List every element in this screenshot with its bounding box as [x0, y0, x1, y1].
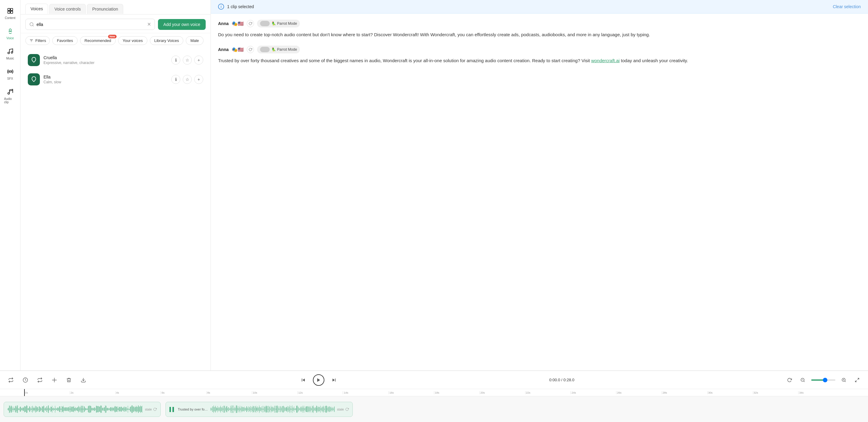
track-1[interactable]: stale	[4, 402, 161, 417]
time-display: 0:00.0 / 0:28.0	[549, 378, 575, 382]
search-icon	[29, 22, 34, 27]
voice-item-cruella[interactable]: Cruella Expressive, narrative, character…	[24, 51, 207, 70]
sidebar-item-voice[interactable]: Voice	[2, 24, 19, 43]
clip-header-1: Anna 🎭🇺🇸 🦜 Parrot Mode	[218, 20, 861, 28]
tabs-bar: Voices Voice controls Pronunciation	[21, 0, 211, 14]
track-1-waveform	[7, 405, 143, 414]
track-1-stale-label: stale	[145, 408, 157, 411]
zoom-out-button[interactable]	[798, 375, 808, 385]
voice-flag-1: 🎭🇺🇸	[231, 21, 244, 27]
delete-button[interactable]	[64, 375, 74, 385]
filters-button[interactable]: Filters	[25, 36, 50, 45]
music-icon	[6, 47, 14, 56]
sidebar-item-content[interactable]: Content	[2, 4, 19, 23]
voice-desc-ella: Calm, slow	[43, 80, 167, 84]
voice-info-ella: Ella Calm, slow	[43, 74, 167, 84]
download-button[interactable]	[79, 375, 88, 385]
voice-info-button-cruella[interactable]: ℹ	[171, 56, 180, 65]
sidebar-item-sfx[interactable]: SFX	[2, 64, 19, 83]
parrot-mode-toggle-2[interactable]: 🦜 Parrot Mode	[257, 45, 300, 54]
history-button[interactable]	[21, 375, 30, 385]
filters-label: Filters	[35, 38, 46, 43]
play-button[interactable]	[313, 374, 324, 386]
bottom-area: 0:00.0 / 0:28.0	[0, 370, 868, 422]
sidebar-item-audio-clip[interactable]: Audio clip	[2, 85, 19, 107]
skip-back-button[interactable]	[299, 375, 308, 385]
clip-refresh-button-1[interactable]	[247, 20, 254, 27]
svg-line-20	[804, 381, 805, 382]
voice-add-button-cruella[interactable]: +	[194, 56, 203, 65]
svg-marker-18	[317, 378, 320, 382]
svg-point-6	[11, 52, 13, 54]
tab-voices[interactable]: Voices	[25, 4, 48, 14]
clip-refresh-button-2[interactable]	[247, 46, 254, 53]
svg-rect-3	[10, 11, 12, 13]
filter-favorites[interactable]: Favorites	[52, 36, 77, 45]
toggle-switch-1[interactable]	[260, 21, 270, 26]
svg-line-27	[855, 380, 857, 382]
svg-line-11	[33, 25, 33, 26]
add-voice-button[interactable]: Add your own voice	[158, 19, 206, 30]
voice-desc-cruella: Expressive, narrative, character	[43, 61, 167, 65]
loop-button[interactable]	[6, 375, 16, 385]
left-panel: Voices Voice controls Pronunciation ✕ Ad…	[21, 0, 211, 370]
search-input[interactable]	[36, 22, 145, 27]
expand-button[interactable]	[852, 375, 862, 385]
playback-controls	[299, 374, 339, 386]
clips-area: Anna 🎭🇺🇸 🦜 Parrot Mode Do you need to cr…	[211, 13, 868, 370]
filter-bar: Filters Favorites Recommended New Your v…	[21, 33, 211, 48]
sidebar-voice-label: Voice	[6, 36, 13, 40]
tab-voice-controls[interactable]: Voice controls	[49, 4, 86, 14]
svg-point-7	[9, 71, 11, 72]
track-2-container: ▌▌ Trusted by over for... stale	[165, 402, 353, 417]
parrot-mode-label-2: 🦜 Parrot Mode	[272, 47, 297, 52]
voice-list: Cruella Expressive, narrative, character…	[21, 48, 211, 370]
wondercraft-link[interactable]: wondercraft.ai	[591, 58, 619, 63]
content-icon	[6, 7, 14, 15]
sidebar-item-music[interactable]: Music	[2, 44, 19, 63]
ruler-marks: 0s2s4s6s8s10s12s14s16s18s20s22s24s26s28s…	[24, 391, 844, 394]
voice-add-button-ella[interactable]: +	[194, 75, 203, 84]
parrot-mode-label-1: 🦜 Parrot Mode	[272, 22, 297, 26]
clip-card-2: Anna 🎭🇺🇸 🦜 Parrot Mode Trusted by over f…	[218, 45, 861, 64]
transport-bar: 0:00.0 / 0:28.0	[0, 371, 868, 389]
voice-actions-ella: ℹ ☆ +	[171, 75, 203, 84]
voice-favorite-button-cruella[interactable]: ☆	[183, 56, 192, 65]
voice-name-cruella: Cruella	[43, 55, 167, 60]
clip-header-2: Anna 🎭🇺🇸 🦜 Parrot Mode	[218, 45, 861, 54]
filter-your-voices[interactable]: Your voices	[118, 36, 147, 45]
tab-pronunciation[interactable]: Pronunciation	[87, 4, 123, 14]
playhead	[24, 389, 25, 396]
track-2[interactable]: ▌▌ Trusted by over for... stale	[165, 402, 353, 417]
parrot-mode-toggle-1[interactable]: 🦜 Parrot Mode	[257, 20, 300, 28]
zoom-slider[interactable]	[811, 380, 835, 381]
clear-search-button[interactable]: ✕	[147, 22, 151, 27]
split-button[interactable]	[50, 375, 59, 385]
zoom-in-button[interactable]	[839, 375, 849, 385]
svg-rect-2	[7, 11, 10, 13]
voice-info-cruella: Cruella Expressive, narrative, character	[43, 55, 167, 65]
filter-icon	[29, 39, 33, 43]
voice-info-button-ella[interactable]: ℹ	[171, 75, 180, 84]
timeline-ruler: 0s2s4s6s8s10s12s14s16s18s20s22s24s26s28s…	[0, 389, 868, 396]
audio-clip-icon	[6, 88, 14, 96]
right-controls	[785, 375, 862, 385]
voice-item-ella[interactable]: Ella Calm, slow ℹ ☆ +	[24, 70, 207, 89]
skip-forward-button[interactable]	[329, 375, 339, 385]
clip-card-1: Anna 🎭🇺🇸 🦜 Parrot Mode Do you need to cr…	[218, 20, 861, 38]
filter-library-voices[interactable]: Library Voices	[150, 36, 184, 45]
clear-selection-button[interactable]: Clear selection	[833, 4, 861, 9]
repeat-button[interactable]	[35, 375, 45, 385]
sidebar-music-label: Music	[6, 57, 14, 60]
svg-point-5	[7, 52, 9, 54]
refresh-all-button[interactable]	[785, 375, 794, 385]
clip-voice-name-1: Anna	[218, 21, 229, 26]
voice-avatar-cruella	[28, 54, 40, 66]
filter-male[interactable]: Male	[186, 36, 203, 45]
filter-recommended[interactable]: Recommended New	[80, 36, 116, 45]
track-2-waveform	[211, 405, 335, 414]
voice-name-ella: Ella	[43, 74, 167, 79]
toggle-switch-2[interactable]	[260, 47, 270, 52]
voice-favorite-button-ella[interactable]: ☆	[183, 75, 192, 84]
svg-rect-0	[7, 8, 10, 10]
